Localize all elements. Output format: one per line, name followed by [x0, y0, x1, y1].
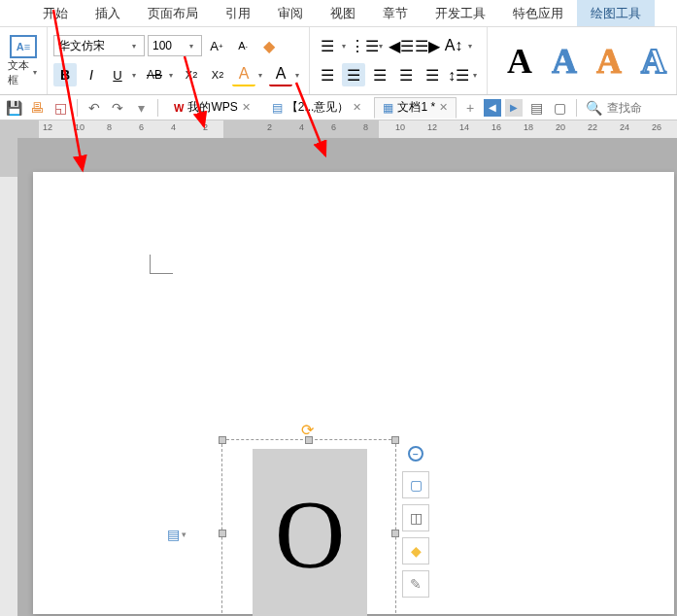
- document-area: ▤▾ ⟳ O − ▢ ◫ ◆ ✎: [0, 138, 677, 616]
- underline-button[interactable]: U: [106, 63, 129, 86]
- tab-mywps[interactable]: W 我的WPS ✕: [165, 97, 259, 119]
- font-size-combo[interactable]: 100▾: [148, 35, 202, 56]
- search-icon[interactable]: 🔍: [584, 98, 603, 118]
- ruler-tick: 6: [331, 122, 336, 132]
- menu-reference[interactable]: 引用: [212, 0, 264, 26]
- highlight-button[interactable]: A: [232, 63, 255, 86]
- ruler-tick: 12: [43, 122, 52, 132]
- ruler-tick: 14: [459, 122, 469, 132]
- ruler-tick: 8: [107, 122, 112, 132]
- outline-button[interactable]: ◆: [402, 537, 429, 565]
- wordart-group: A A A A: [488, 27, 677, 94]
- float-tools-panel: − ▢ ◫ ◆ ✎: [402, 446, 429, 598]
- clear-format-button[interactable]: ◆: [257, 34, 281, 57]
- menu-start[interactable]: 开始: [29, 0, 82, 26]
- font-color-dropdown[interactable]: ▾: [295, 71, 303, 80]
- subscript-button[interactable]: X2: [206, 63, 229, 86]
- close-icon[interactable]: ✕: [353, 101, 361, 114]
- layout-icon[interactable]: ▢: [550, 98, 569, 118]
- ruler-tick: 8: [363, 122, 368, 132]
- ruler-tick: 2: [267, 122, 272, 132]
- wordart-style-1[interactable]: A: [497, 41, 542, 82]
- menu-drawtools[interactable]: 绘图工具: [577, 0, 655, 26]
- more-icon[interactable]: ▾: [131, 98, 151, 118]
- highlight-dropdown[interactable]: ▾: [258, 71, 266, 80]
- resize-handle-ml[interactable]: [219, 530, 226, 537]
- tab-doc2[interactable]: ▤ 【2...意见） ✕: [263, 97, 371, 119]
- distribute-button[interactable]: ☰: [421, 63, 444, 86]
- menu-chapter[interactable]: 章节: [369, 0, 422, 26]
- font-color-button[interactable]: A: [269, 63, 292, 86]
- quick-access-bar: 💾 🖶 ◱ ↶ ↷ ▾ W 我的WPS ✕ ▤ 【2...意见） ✕ ▦ 文档1…: [0, 95, 677, 120]
- wordart-style-2[interactable]: A: [542, 41, 587, 82]
- menu-devtools[interactable]: 开发工具: [422, 0, 499, 26]
- line-spacing-button[interactable]: ↕☰: [447, 63, 470, 86]
- docx-icon: ▦: [383, 101, 393, 115]
- print-icon[interactable]: 🖶: [27, 98, 47, 118]
- ruler-tick: 20: [556, 122, 565, 132]
- margin-corner-mark: [150, 255, 173, 274]
- new-tab-button[interactable]: +: [460, 98, 480, 118]
- close-icon[interactable]: ✕: [439, 101, 448, 114]
- text-box[interactable]: O: [253, 449, 367, 616]
- textframe-group: A≡ 文本框▾: [0, 27, 48, 94]
- fill-button[interactable]: ◫: [402, 504, 429, 531]
- decrease-indent-button[interactable]: ◀☰: [389, 34, 413, 57]
- textframe-icon[interactable]: A≡: [10, 35, 37, 58]
- resize-handle-tm[interactable]: [305, 436, 313, 444]
- search-input[interactable]: [607, 101, 646, 115]
- strike-dropdown[interactable]: ▾: [169, 71, 177, 80]
- menu-special[interactable]: 特色应用: [499, 0, 577, 26]
- numbering-button[interactable]: ⋮☰: [353, 34, 376, 57]
- italic-button[interactable]: I: [80, 63, 103, 86]
- menu-insert[interactable]: 插入: [82, 0, 134, 26]
- ruler-tick: 6: [139, 122, 144, 132]
- vertical-ruler[interactable]: [0, 138, 17, 616]
- preview-icon[interactable]: ◱: [51, 98, 70, 118]
- nav-prev-button[interactable]: ◀: [484, 99, 501, 117]
- collapse-panel-button[interactable]: −: [408, 446, 423, 462]
- ruler-tick: 10: [75, 122, 85, 132]
- grow-font-button[interactable]: A+: [205, 34, 228, 57]
- align-center-button[interactable]: ☰: [342, 63, 365, 86]
- redo-icon[interactable]: ↷: [108, 98, 127, 118]
- resize-handle-tl[interactable]: [219, 436, 226, 444]
- save-icon[interactable]: 💾: [4, 98, 23, 118]
- strike-button[interactable]: AB: [143, 63, 166, 86]
- underline-dropdown[interactable]: ▾: [132, 71, 140, 80]
- wordart-style-3[interactable]: A: [587, 41, 631, 82]
- ruler-tick: 26: [652, 122, 661, 132]
- align-left-button[interactable]: ☰: [316, 63, 339, 86]
- font-name-combo[interactable]: 华文仿宋▾: [53, 35, 145, 56]
- tab-doc1[interactable]: ▦ 文档1 * ✕: [374, 97, 457, 119]
- ruler-tick: 2: [203, 122, 208, 132]
- rotate-handle[interactable]: ⟳: [301, 421, 317, 436]
- layout-options-button[interactable]: ▢: [402, 471, 429, 498]
- shrink-font-button[interactable]: A-: [231, 34, 254, 57]
- superscript-button[interactable]: X2: [180, 63, 203, 86]
- nav-next-button[interactable]: ▶: [505, 99, 523, 117]
- justify-button[interactable]: ☰: [394, 63, 418, 86]
- increase-indent-button[interactable]: ☰▶: [416, 34, 439, 57]
- insert-options-button[interactable]: ▤▾: [167, 527, 186, 542]
- page[interactable]: ▤▾ ⟳ O − ▢ ◫ ◆ ✎: [33, 172, 674, 614]
- horizontal-ruler[interactable]: /* ticks added by binder below */ 121086…: [0, 120, 677, 138]
- undo-icon[interactable]: ↶: [85, 98, 104, 118]
- resize-handle-mr[interactable]: [391, 530, 399, 537]
- font-group: 华文仿宋▾ 100▾ A+ A- ◆ B I U▾ AB▾ X2 X2 A▾ A…: [48, 27, 310, 94]
- menu-review[interactable]: 审阅: [264, 0, 317, 26]
- bullets-button[interactable]: ☰: [316, 34, 339, 57]
- menu-pagelayout[interactable]: 页面布局: [134, 0, 212, 26]
- text-direction-button[interactable]: A↕: [442, 34, 465, 57]
- wordart-style-4[interactable]: A: [631, 41, 676, 82]
- align-right-button[interactable]: ☰: [368, 63, 391, 86]
- menu-view[interactable]: 视图: [317, 0, 369, 26]
- ribbon: A≡ 文本框▾ 华文仿宋▾ 100▾ A+ A- ◆ B I U▾ AB▾ X2…: [0, 27, 677, 95]
- list-icon[interactable]: ▤: [526, 98, 546, 118]
- textframe-label[interactable]: 文本框▾: [8, 58, 39, 87]
- ruler-tick: 22: [588, 122, 597, 132]
- effects-button[interactable]: ✎: [402, 570, 429, 598]
- close-icon[interactable]: ✕: [242, 101, 251, 114]
- resize-handle-tr[interactable]: [391, 436, 399, 444]
- bold-button[interactable]: B: [53, 63, 77, 86]
